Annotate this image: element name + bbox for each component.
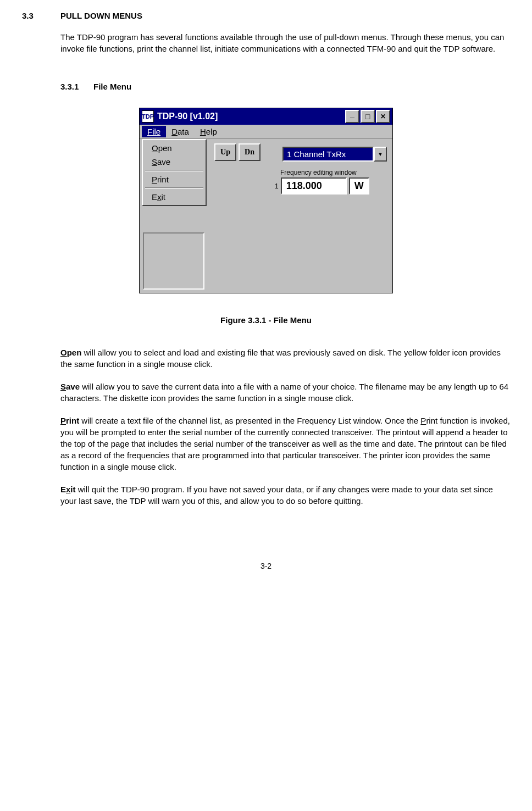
channel-combo[interactable]: 1 Channel TxRx ▼ — [282, 147, 387, 162]
section-title: PULL DOWN MENUS — [60, 11, 510, 20]
page-number: 3-2 — [22, 562, 510, 570]
titlebar: TDP TDP-90 [v1.02] — [140, 108, 392, 125]
menu-separator — [145, 170, 203, 171]
menu-data-label: Data — [171, 127, 189, 136]
up-button[interactable]: Up — [214, 143, 236, 161]
maximize-button[interactable] — [361, 110, 375, 123]
freq-mode: W — [349, 177, 369, 195]
exit-paragraph: Exit will quit the TDP-90 program. If yo… — [60, 484, 510, 507]
file-dropdown: Open Save Print Exit — [142, 139, 207, 206]
menu-help[interactable]: Help — [195, 126, 223, 137]
tooltip-text: Frequency editing window — [280, 169, 387, 176]
menu-item-print[interactable]: Print — [144, 173, 204, 186]
menu-file-label: File — [147, 127, 160, 136]
freq-index: 1 — [275, 182, 279, 190]
minimize-button[interactable] — [345, 110, 359, 123]
menu-item-save[interactable]: Save — [144, 155, 204, 169]
close-button[interactable] — [376, 110, 390, 123]
menu-data[interactable]: Data — [166, 126, 195, 137]
menu-item-exit[interactable]: Exit — [144, 190, 204, 204]
section-number: 3.3 — [22, 11, 60, 20]
open-paragraph: Open will allow you to select and load a… — [60, 347, 510, 370]
dn-button[interactable]: Dn — [239, 143, 261, 161]
combo-value: 1 Channel TxRx — [282, 147, 374, 162]
subsection-number: 3.3.1 — [60, 82, 93, 91]
menubar: File Data Help — [140, 125, 392, 139]
subsection-title: File Menu — [93, 82, 131, 91]
window-title: TDP-90 [v1.02] — [157, 112, 345, 121]
menu-item-open[interactable]: Open — [144, 141, 204, 155]
intro-paragraph: The TDP-90 program has several functions… — [60, 31, 510, 54]
app-icon: TDP — [142, 110, 154, 123]
menu-file[interactable]: File — [142, 126, 166, 137]
menu-help-label: Help — [200, 127, 217, 136]
print-paragraph: Print will create a text file of the cha… — [60, 415, 510, 473]
figure-caption: Figure 3.3.1 - File Menu — [22, 315, 510, 325]
frequency-input[interactable]: 118.000 — [281, 177, 347, 195]
screenshot-window: TDP TDP-90 [v1.02] File Data Help Open S… — [139, 108, 393, 293]
menu-separator — [145, 187, 203, 189]
dropdown-arrow-icon[interactable]: ▼ — [374, 147, 387, 162]
inner-panel — [143, 232, 204, 290]
save-paragraph: Save will allow you to save the current … — [60, 381, 510, 404]
